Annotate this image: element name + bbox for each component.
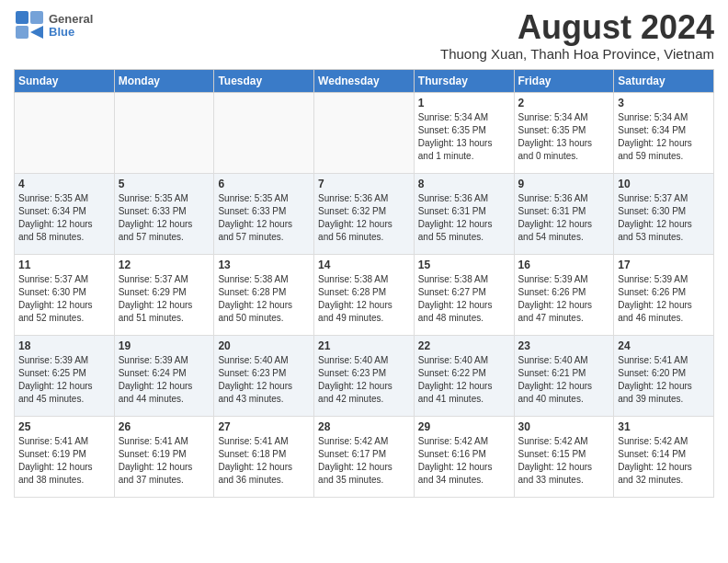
day-number: 15 [418,259,510,271]
day-info: Sunrise: 5:40 AM Sunset: 6:21 PM Dayligh… [518,354,610,406]
day-number: 19 [119,339,210,352]
calendar-cell: 26Sunrise: 5:41 AM Sunset: 6:19 PM Dayli… [114,416,214,497]
day-info: Sunrise: 5:41 AM Sunset: 6:18 PM Dayligh… [218,435,310,487]
day-number: 22 [418,339,510,352]
week-row-1: 1Sunrise: 5:34 AM Sunset: 6:35 PM Daylig… [15,92,714,173]
calendar-cell: 4Sunrise: 5:35 AM Sunset: 6:34 PM Daylig… [15,173,115,254]
day-number: 12 [119,259,210,271]
day-number: 7 [318,178,410,190]
week-row-4: 18Sunrise: 5:39 AM Sunset: 6:25 PM Dayli… [15,335,714,416]
day-info: Sunrise: 5:37 AM Sunset: 6:30 PM Dayligh… [18,273,110,325]
logo-icon [14,9,47,42]
calendar-table: SundayMondayTuesdayWednesdayThursdayFrid… [14,69,714,498]
calendar-cell: 25Sunrise: 5:41 AM Sunset: 6:19 PM Dayli… [15,416,115,497]
calendar-cell: 9Sunrise: 5:36 AM Sunset: 6:31 PM Daylig… [514,173,614,254]
day-number: 8 [418,178,510,190]
day-info: Sunrise: 5:39 AM Sunset: 6:26 PM Dayligh… [618,273,710,325]
day-info: Sunrise: 5:37 AM Sunset: 6:30 PM Dayligh… [618,192,710,244]
day-number: 21 [318,339,410,352]
day-info: Sunrise: 5:37 AM Sunset: 6:29 PM Dayligh… [119,273,210,325]
day-number: 29 [418,420,510,433]
calendar-cell: 24Sunrise: 5:41 AM Sunset: 6:20 PM Dayli… [614,335,714,416]
weekday-header-saturday: Saturday [614,69,714,92]
day-info: Sunrise: 5:35 AM Sunset: 6:34 PM Dayligh… [18,192,110,244]
weekday-header-tuesday: Tuesday [214,69,314,92]
day-info: Sunrise: 5:35 AM Sunset: 6:33 PM Dayligh… [218,192,310,244]
svg-rect-1 [30,11,43,24]
day-number: 9 [518,178,610,190]
weekday-header-monday: Monday [114,69,214,92]
calendar-cell: 2Sunrise: 5:34 AM Sunset: 6:35 PM Daylig… [514,92,614,173]
day-info: Sunrise: 5:36 AM Sunset: 6:31 PM Dayligh… [518,192,610,244]
calendar-cell: 8Sunrise: 5:36 AM Sunset: 6:31 PM Daylig… [414,173,514,254]
day-info: Sunrise: 5:38 AM Sunset: 6:27 PM Dayligh… [418,273,510,325]
calendar-cell: 17Sunrise: 5:39 AM Sunset: 6:26 PM Dayli… [614,254,714,335]
calendar-cell: 22Sunrise: 5:40 AM Sunset: 6:22 PM Dayli… [414,335,514,416]
day-info: Sunrise: 5:40 AM Sunset: 6:23 PM Dayligh… [218,354,310,406]
calendar-cell: 6Sunrise: 5:35 AM Sunset: 6:33 PM Daylig… [214,173,314,254]
day-number: 26 [119,420,210,433]
calendar-cell: 28Sunrise: 5:42 AM Sunset: 6:17 PM Dayli… [314,416,415,497]
calendar-cell: 16Sunrise: 5:39 AM Sunset: 6:26 PM Dayli… [514,254,614,335]
day-info: Sunrise: 5:41 AM Sunset: 6:20 PM Dayligh… [618,354,710,406]
day-number: 23 [518,339,610,352]
calendar-cell: 19Sunrise: 5:39 AM Sunset: 6:24 PM Dayli… [114,335,214,416]
day-info: Sunrise: 5:42 AM Sunset: 6:14 PM Dayligh… [618,435,710,487]
day-number: 24 [618,339,710,352]
calendar-cell: 29Sunrise: 5:42 AM Sunset: 6:16 PM Dayli… [414,416,514,497]
day-info: Sunrise: 5:39 AM Sunset: 6:25 PM Dayligh… [18,354,110,406]
day-info: Sunrise: 5:36 AM Sunset: 6:31 PM Dayligh… [418,192,510,244]
calendar-cell: 13Sunrise: 5:38 AM Sunset: 6:28 PM Dayli… [214,254,314,335]
day-info: Sunrise: 5:42 AM Sunset: 6:16 PM Dayligh… [418,435,510,487]
calendar-cell [15,92,115,173]
week-row-2: 4Sunrise: 5:35 AM Sunset: 6:34 PM Daylig… [15,173,714,254]
day-info: Sunrise: 5:34 AM Sunset: 6:35 PM Dayligh… [418,111,510,163]
day-info: Sunrise: 5:34 AM Sunset: 6:35 PM Dayligh… [518,111,610,163]
logo: General Blue [14,9,93,42]
day-info: Sunrise: 5:35 AM Sunset: 6:33 PM Dayligh… [119,192,210,244]
day-number: 27 [218,420,310,433]
weekday-header-row: SundayMondayTuesdayWednesdayThursdayFrid… [15,69,714,92]
calendar-cell: 31Sunrise: 5:42 AM Sunset: 6:14 PM Dayli… [614,416,714,497]
day-info: Sunrise: 5:41 AM Sunset: 6:19 PM Dayligh… [18,435,110,487]
calendar-cell: 12Sunrise: 5:37 AM Sunset: 6:29 PM Dayli… [114,254,214,335]
logo-general-text: General [49,13,93,26]
day-number: 16 [518,259,610,271]
calendar-cell: 18Sunrise: 5:39 AM Sunset: 6:25 PM Dayli… [15,335,115,416]
day-info: Sunrise: 5:36 AM Sunset: 6:32 PM Dayligh… [318,192,410,244]
calendar-cell [214,92,314,173]
calendar-cell: 3Sunrise: 5:34 AM Sunset: 6:34 PM Daylig… [614,92,714,173]
calendar-cell: 5Sunrise: 5:35 AM Sunset: 6:33 PM Daylig… [114,173,214,254]
day-number: 31 [618,420,710,433]
calendar-cell [114,92,214,173]
calendar-title: August 2024 [440,9,714,46]
svg-marker-3 [30,26,43,39]
day-info: Sunrise: 5:40 AM Sunset: 6:22 PM Dayligh… [418,354,510,406]
day-number: 13 [218,259,310,271]
day-number: 1 [418,97,510,109]
day-number: 4 [18,178,110,190]
day-info: Sunrise: 5:38 AM Sunset: 6:28 PM Dayligh… [218,273,310,325]
calendar-cell: 15Sunrise: 5:38 AM Sunset: 6:27 PM Dayli… [414,254,514,335]
weekday-header-wednesday: Wednesday [314,69,415,92]
week-row-5: 25Sunrise: 5:41 AM Sunset: 6:19 PM Dayli… [15,416,714,497]
header: General Blue August 2024 Thuong Xuan, Th… [14,9,714,62]
calendar-cell: 27Sunrise: 5:41 AM Sunset: 6:18 PM Dayli… [214,416,314,497]
weekday-header-friday: Friday [514,69,614,92]
day-info: Sunrise: 5:39 AM Sunset: 6:26 PM Dayligh… [518,273,610,325]
title-block: August 2024 Thuong Xuan, Thanh Hoa Provi… [440,9,714,62]
calendar-cell: 14Sunrise: 5:38 AM Sunset: 6:28 PM Dayli… [314,254,415,335]
calendar-cell: 21Sunrise: 5:40 AM Sunset: 6:23 PM Dayli… [314,335,415,416]
day-info: Sunrise: 5:42 AM Sunset: 6:17 PM Dayligh… [318,435,410,487]
day-number: 20 [218,339,310,352]
day-number: 6 [218,178,310,190]
day-number: 3 [618,97,710,109]
calendar-cell: 1Sunrise: 5:34 AM Sunset: 6:35 PM Daylig… [414,92,514,173]
day-number: 2 [518,97,610,109]
day-info: Sunrise: 5:42 AM Sunset: 6:15 PM Dayligh… [518,435,610,487]
day-number: 25 [18,420,110,433]
day-number: 5 [119,178,210,190]
calendar-cell: 7Sunrise: 5:36 AM Sunset: 6:32 PM Daylig… [314,173,415,254]
weekday-header-sunday: Sunday [15,69,115,92]
svg-rect-2 [16,26,28,39]
